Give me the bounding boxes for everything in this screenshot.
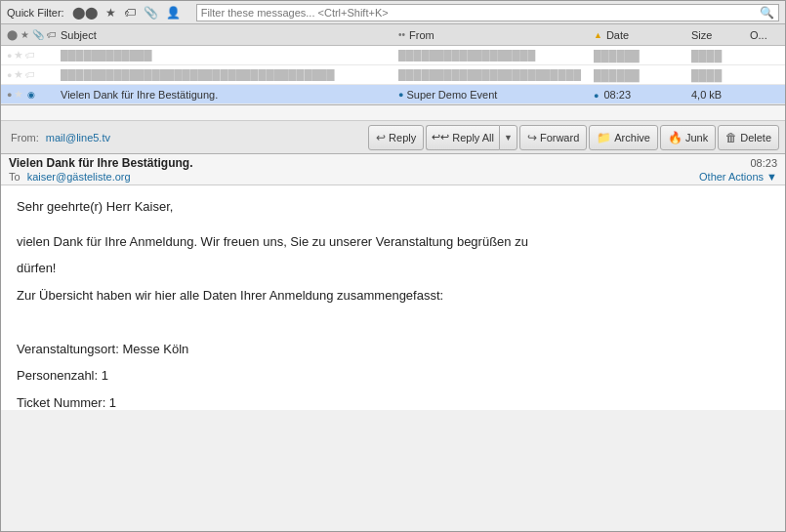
to-address[interactable]: kaiser@gästeliste.org [27, 171, 131, 183]
email-body-spacer [17, 312, 769, 332]
quick-filter-label: Quick Filter: [7, 7, 64, 19]
reply-all-split-button: ↩↩ Reply All ▼ [426, 125, 517, 150]
msg-from: ██████████████████ [398, 50, 594, 61]
col-from-header[interactable]: •• From [398, 29, 594, 41]
email-to-line: To kaiser@gästeliste.org Other Actions ▼ [9, 171, 777, 183]
email-body-line1: vielen Dank für Ihre Anmeldung. Wir freu… [17, 232, 769, 252]
filter-icons: ⬤⬤ ★ 🏷 📎 👤 [70, 6, 183, 20]
email-greeting: Sehr geehrte(r) Herr Kaiser, [17, 197, 769, 217]
msg-date: ██████ [594, 50, 691, 61]
msg-date: ● 08:23 [594, 89, 691, 101]
email-time: 08:23 [750, 157, 777, 169]
email-subject: Vielen Dank für Ihre Bestätigung. [9, 156, 192, 170]
reply-button[interactable]: ↩ Reply [368, 125, 424, 150]
email-meta: Vielen Dank für Ihre Bestätigung. 08:23 … [1, 154, 785, 185]
table-row[interactable]: ● ★ 🏷 ██████████████████████████████████… [1, 65, 785, 85]
star-icon: ★ [14, 49, 23, 61]
filter-tag-button[interactable]: 🏷 [122, 6, 138, 20]
msg-flags: ● ★ 🏷 [7, 49, 61, 61]
email-toolbar: From: mail@line5.tv ↩ Reply ↩↩ Reply All… [1, 121, 785, 154]
from-line: From: mail@line5.tv [7, 132, 366, 143]
email-body-line3: Zur Übersicht haben wir hier alle Daten … [17, 286, 769, 306]
email-body: Sehr geehrte(r) Herr Kaiser, vielen Dank… [17, 197, 769, 410]
msg-size: 4,0 kB [691, 89, 750, 101]
reply-all-dropdown-button[interactable]: ▼ [499, 125, 517, 150]
col-size-header[interactable]: Size [691, 29, 750, 41]
msg-subject: ████████████ [61, 50, 398, 61]
tag-filled-icon: ◉ [27, 90, 35, 100]
msg-flags: ● ★ ◉ [7, 88, 61, 101]
filter-contact-button[interactable]: 👤 [164, 6, 183, 20]
unread-dot-icon: ● [7, 51, 12, 61]
flag-paperclip-icon: 📎 [32, 29, 44, 40]
forward-button[interactable]: ↪ Forward [519, 125, 587, 150]
from-dot-icon: ● [398, 90, 403, 100]
filter-search-box: 🔍 [196, 4, 779, 21]
flag-tag2-icon: 🏷 [47, 29, 57, 40]
msg-subject: ████████████████████████████████████ [61, 69, 398, 81]
reply-all-button[interactable]: ↩↩ Reply All [426, 125, 499, 150]
from-label: From: [11, 132, 39, 143]
msg-from: ████████████████████████ [398, 69, 594, 81]
junk-button[interactable]: 🔥 Junk [660, 125, 716, 150]
flag-star-icon: ★ [21, 29, 29, 40]
date-sort-icon: ▲ [594, 30, 602, 40]
flag-unread-icon: ⬤ [7, 29, 18, 40]
unread-dot-icon: ● [7, 70, 12, 80]
msg-from: ● Super Demo Event [398, 89, 594, 101]
from-email: mail@line5.tv [46, 132, 110, 143]
tag-icon: 🏷 [25, 69, 35, 80]
preview-spacer [1, 105, 785, 121]
delete-icon: 🗑 [725, 131, 737, 144]
filter-search-input[interactable] [201, 7, 760, 19]
table-row[interactable]: ● ★ ◉ Vielen Dank für Ihre Bestätigung. … [1, 85, 785, 104]
unread-dot-icon: ● [7, 90, 12, 100]
reply-icon: ↩ [376, 131, 386, 144]
msg-subject: Vielen Dank für Ihre Bestätigung. [61, 89, 398, 101]
archive-button[interactable]: 📁 Archive [589, 125, 658, 150]
msg-size: ████ [691, 50, 750, 61]
col-flags-header: ⬤ ★ 📎 🏷 [7, 29, 61, 40]
to-label: To [9, 171, 21, 183]
from-sort-icon: •• [398, 29, 405, 40]
other-actions-button[interactable]: Other Actions ▼ [699, 171, 777, 183]
search-icon: 🔍 [760, 6, 774, 20]
msg-size: ████ [691, 69, 750, 81]
quick-filter-bar: Quick Filter: ⬤⬤ ★ 🏷 📎 👤 🔍 [1, 1, 785, 24]
archive-icon: 📁 [597, 131, 611, 144]
email-to: To kaiser@gästeliste.org [9, 171, 131, 183]
delete-button[interactable]: 🗑 Delete [718, 125, 779, 150]
reply-all-icon: ↩↩ [432, 131, 449, 143]
message-list: ● ★ 🏷 ████████████ ██████████████████ ██… [1, 46, 785, 105]
filter-star-button[interactable]: ★ [103, 6, 118, 20]
star-icon: ★ [14, 88, 23, 101]
filter-unread-button[interactable]: ⬤⬤ [70, 6, 100, 20]
email-body-container[interactable]: Sehr geehrte(r) Herr Kaiser, vielen Dank… [1, 185, 785, 410]
email-detail1: Veranstaltungsort: Messe Köln [17, 340, 769, 359]
junk-icon: 🔥 [668, 131, 683, 144]
col-subject-header[interactable]: Subject [61, 29, 398, 41]
msg-date: ██████ [594, 69, 691, 81]
message-list-header: ⬤ ★ 📎 🏷 Subject •• From ▲ Date Size O... [1, 24, 785, 46]
email-detail3: Ticket Nummer: 1 [17, 393, 769, 411]
email-subject-line: Vielen Dank für Ihre Bestätigung. 08:23 [9, 156, 777, 170]
email-detail2: Personenzahl: 1 [17, 366, 769, 386]
table-row[interactable]: ● ★ 🏷 ████████████ ██████████████████ ██… [1, 46, 785, 65]
date-dot-icon: ● [594, 91, 599, 101]
forward-icon: ↪ [527, 131, 537, 144]
email-body-line2: dürfen! [17, 259, 769, 278]
col-date-header[interactable]: ▲ Date [594, 29, 691, 41]
tag-icon: 🏷 [25, 50, 35, 61]
filter-attachment-button[interactable]: 📎 [142, 6, 160, 20]
col-other-header: O... [750, 29, 779, 41]
msg-flags: ● ★ 🏷 [7, 68, 61, 81]
star-icon: ★ [14, 68, 23, 81]
